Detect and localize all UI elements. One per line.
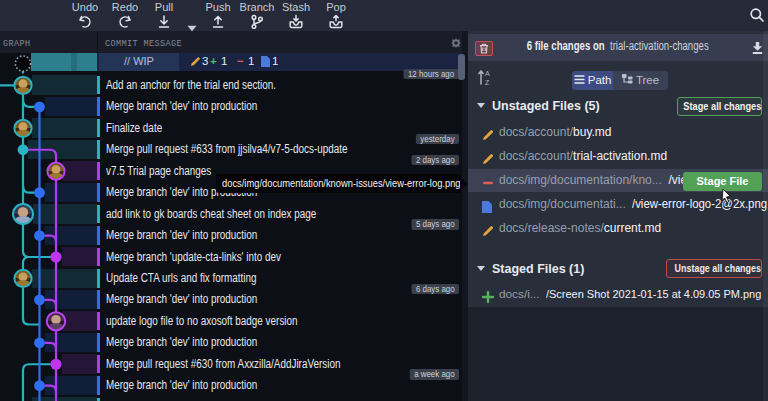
svg-text:Z: Z [485,79,490,86]
svg-text:A: A [485,70,490,77]
